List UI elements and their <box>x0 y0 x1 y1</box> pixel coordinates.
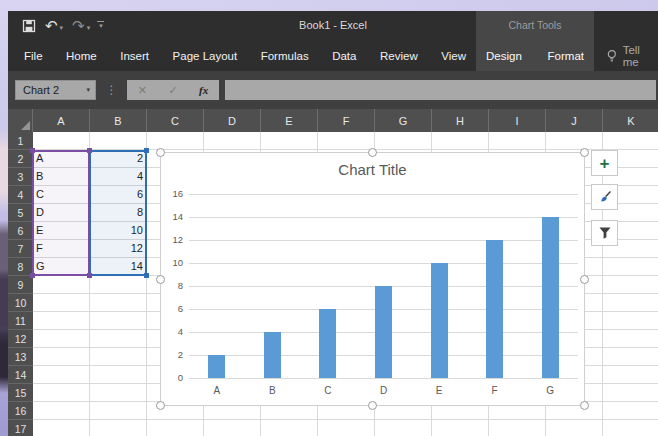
column-header-K[interactable]: K <box>603 109 658 132</box>
cell-B4[interactable]: 6 <box>90 186 147 204</box>
cancel-icon[interactable]: ✕ <box>138 84 147 97</box>
cell-B17[interactable] <box>90 420 147 436</box>
cell-A9[interactable] <box>33 276 90 294</box>
tab-format[interactable]: Format <box>548 50 584 62</box>
cell-F17[interactable] <box>318 420 375 436</box>
cell-H17[interactable] <box>432 420 489 436</box>
customize-qat-button[interactable]: ▾ <box>99 21 103 31</box>
cell-K1[interactable] <box>603 132 658 150</box>
cell-B16[interactable] <box>90 402 147 420</box>
cell-B3[interactable]: 4 <box>90 168 147 186</box>
column-header-F[interactable]: F <box>318 109 375 132</box>
tab-page-layout[interactable]: Page Layout <box>173 50 238 62</box>
insert-function-button[interactable]: fx <box>199 84 208 96</box>
cell-B5[interactable]: 8 <box>90 204 147 222</box>
column-header-E[interactable]: E <box>261 109 318 132</box>
column-header-C[interactable]: C <box>147 109 204 132</box>
bar-F[interactable] <box>486 240 503 378</box>
bar-C[interactable] <box>319 309 336 378</box>
formula-input[interactable] <box>225 80 656 100</box>
cell-C17[interactable] <box>147 420 204 436</box>
undo-dropdown-icon[interactable]: ▾ <box>60 23 64 33</box>
cell-I1[interactable] <box>489 132 546 150</box>
tab-file[interactable]: File <box>24 50 43 62</box>
cell-A7[interactable]: F <box>33 240 90 258</box>
cell-K9[interactable] <box>603 276 658 294</box>
row-header-8[interactable]: 8 <box>8 258 33 276</box>
cell-B8[interactable]: 14 <box>90 258 147 276</box>
name-box-dropdown-icon[interactable]: ▾ <box>86 86 90 94</box>
cell-A3[interactable]: B <box>33 168 90 186</box>
cell-C1[interactable] <box>147 132 204 150</box>
cell-A17[interactable] <box>33 420 90 436</box>
row-header-1[interactable]: 1 <box>8 132 33 150</box>
chart-area[interactable]: Chart Title 0246810121416ABCDEFG <box>160 152 585 406</box>
chart-resize-handle[interactable] <box>156 275 165 284</box>
cell-K16[interactable] <box>603 402 658 420</box>
row-header-4[interactable]: 4 <box>8 186 33 204</box>
cell-J1[interactable] <box>546 132 603 150</box>
chart-resize-handle[interactable] <box>156 148 165 157</box>
tab-formulas[interactable]: Formulas <box>261 50 309 62</box>
enter-check-icon[interactable]: ✓ <box>168 84 177 97</box>
name-box[interactable]: Chart 2 ▾ <box>15 80 96 100</box>
tab-view[interactable]: View <box>441 50 466 62</box>
cell-A14[interactable] <box>33 366 90 384</box>
row-header-11[interactable]: 11 <box>8 312 33 330</box>
row-header-7[interactable]: 7 <box>8 240 33 258</box>
chart-title[interactable]: Chart Title <box>161 161 584 178</box>
row-header-14[interactable]: 14 <box>8 366 33 384</box>
cell-B1[interactable] <box>90 132 147 150</box>
cell-F1[interactable] <box>318 132 375 150</box>
chart-resize-handle[interactable] <box>580 148 589 157</box>
cell-B6[interactable]: 10 <box>90 222 147 240</box>
row-header-5[interactable]: 5 <box>8 204 33 222</box>
cell-K15[interactable] <box>603 384 658 402</box>
select-all-button[interactable] <box>8 109 33 132</box>
column-header-B[interactable]: B <box>90 109 147 132</box>
undo-button[interactable]: ↶ ▾ <box>45 18 63 33</box>
cell-A6[interactable]: E <box>33 222 90 240</box>
cell-A16[interactable] <box>33 402 90 420</box>
cell-K10[interactable] <box>603 294 658 312</box>
bar-A[interactable] <box>208 355 225 378</box>
column-header-I[interactable]: I <box>489 109 546 132</box>
row-header-3[interactable]: 3 <box>8 168 33 186</box>
row-header-10[interactable]: 10 <box>8 294 33 312</box>
tab-insert[interactable]: Insert <box>120 50 149 62</box>
tell-me-button[interactable]: Tell me <box>606 40 658 71</box>
cell-K17[interactable] <box>603 420 658 436</box>
cell-A4[interactable]: C <box>33 186 90 204</box>
cell-B2[interactable]: 2 <box>90 150 147 168</box>
row-header-16[interactable]: 16 <box>8 402 33 420</box>
column-header-A[interactable]: A <box>33 109 90 132</box>
cell-B15[interactable] <box>90 384 147 402</box>
cell-E17[interactable] <box>261 420 318 436</box>
cell-I17[interactable] <box>489 420 546 436</box>
row-header-13[interactable]: 13 <box>8 348 33 366</box>
cell-A2[interactable]: A <box>33 150 90 168</box>
cell-E1[interactable] <box>261 132 318 150</box>
bar-G[interactable] <box>542 217 559 378</box>
bar-B[interactable] <box>264 332 281 378</box>
chart-resize-handle[interactable] <box>580 401 589 410</box>
tab-data[interactable]: Data <box>332 50 356 62</box>
chart-resize-handle[interactable] <box>368 148 377 157</box>
row-header-12[interactable]: 12 <box>8 330 33 348</box>
cell-A13[interactable] <box>33 348 90 366</box>
cell-K13[interactable] <box>603 348 658 366</box>
chart-resize-handle[interactable] <box>156 401 165 410</box>
cell-D1[interactable] <box>204 132 261 150</box>
cell-J17[interactable] <box>546 420 603 436</box>
bar-D[interactable] <box>375 286 392 378</box>
row-header-15[interactable]: 15 <box>8 384 33 402</box>
cell-K12[interactable] <box>603 330 658 348</box>
cell-K8[interactable] <box>603 258 658 276</box>
chart-resize-handle[interactable] <box>580 275 589 284</box>
cell-A12[interactable] <box>33 330 90 348</box>
cell-A10[interactable] <box>33 294 90 312</box>
row-header-2[interactable]: 2 <box>8 150 33 168</box>
redo-dropdown-icon[interactable]: ▾ <box>87 23 91 33</box>
redo-button[interactable]: ↷ ▾ <box>72 18 90 33</box>
cell-D17[interactable] <box>204 420 261 436</box>
